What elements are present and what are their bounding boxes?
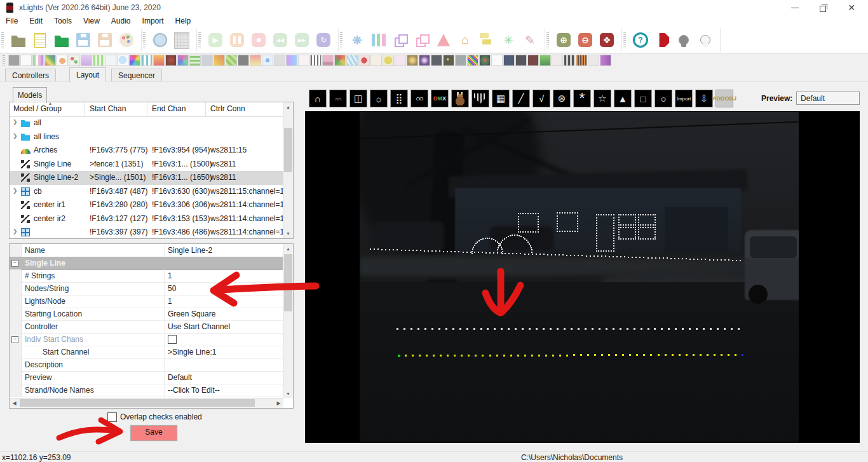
effect-icon-24[interactable] bbox=[286, 55, 297, 66]
sphere-tool[interactable]: ⊛ bbox=[553, 90, 571, 107]
effect-icon-45[interactable] bbox=[539, 55, 551, 66]
tab-sequencer[interactable]: Sequencer bbox=[111, 69, 162, 82]
square-tool[interactable]: □ bbox=[634, 90, 652, 107]
effect-icon-35[interactable] bbox=[419, 55, 430, 66]
effect-icon-37[interactable] bbox=[443, 55, 454, 66]
custom-model-tool[interactable]: OO bbox=[410, 90, 428, 107]
effect-icon-41[interactable] bbox=[491, 55, 503, 66]
model-row-partial[interactable]: ❯!F16v3:397 (397)!F16v3:486 (486)ws2811:… bbox=[10, 226, 283, 240]
property-row-description[interactable]: Description bbox=[10, 358, 283, 372]
effect-icon-44[interactable] bbox=[527, 55, 539, 66]
effect-icon-22[interactable] bbox=[262, 55, 273, 66]
model-row-all lines[interactable]: ❯all lines bbox=[10, 130, 283, 144]
effect-icon-39[interactable] bbox=[467, 55, 478, 66]
render-palette-button[interactable] bbox=[118, 32, 135, 48]
effect-icon-46[interactable] bbox=[552, 55, 563, 66]
zoom-in-button[interactable]: ⊕ bbox=[555, 32, 572, 48]
save-as-sequence-button[interactable] bbox=[97, 32, 113, 48]
minimize-button[interactable]: — bbox=[784, 0, 806, 15]
effect-icon-6[interactable] bbox=[69, 55, 80, 66]
property-row-controller[interactable]: ControllerUse Start Channel bbox=[10, 320, 283, 334]
expand-icon[interactable]: ❯ bbox=[13, 228, 18, 234]
property-row-single-line[interactable]: −Single Line bbox=[10, 257, 283, 270]
effect-icon-9[interactable] bbox=[105, 55, 116, 66]
effect-icon-30[interactable] bbox=[358, 55, 370, 66]
replay-button[interactable]: ↻ bbox=[315, 32, 332, 48]
effect-icon-4[interactable] bbox=[44, 55, 56, 66]
effect-icon-42[interactable] bbox=[503, 55, 515, 66]
circle-tool[interactable]: ☼ bbox=[370, 90, 388, 107]
scroll-thumb[interactable] bbox=[20, 399, 255, 407]
effect-icon-25[interactable] bbox=[298, 55, 309, 66]
effect-icon-31[interactable] bbox=[370, 55, 382, 66]
scroll-down-icon[interactable]: ▼ bbox=[283, 229, 293, 238]
column-header[interactable]: End Chan bbox=[152, 104, 186, 113]
property-row-start-channel[interactable]: Start Channel>Single Line:1 bbox=[10, 346, 283, 359]
effect-icon-16[interactable] bbox=[189, 55, 201, 66]
effect-icon-27[interactable] bbox=[322, 55, 334, 66]
grip-handle[interactable] bbox=[3, 55, 5, 65]
effect-icon-38[interactable] bbox=[455, 55, 466, 66]
stop-now-button[interactable] bbox=[654, 32, 670, 48]
model-preview-button[interactable] bbox=[435, 32, 452, 48]
property-value[interactable]: >Single Line:1 bbox=[168, 348, 216, 357]
property-row-lights-node[interactable]: Lights/Node1 bbox=[10, 295, 283, 308]
property-value[interactable]: Single Line-2 bbox=[168, 246, 212, 255]
icicles-tool[interactable] bbox=[471, 90, 489, 107]
image-reindeer-tool[interactable] bbox=[451, 90, 469, 107]
open-sequence-button[interactable] bbox=[53, 32, 70, 48]
model-row-all[interactable]: ❯all bbox=[10, 116, 283, 130]
model-row-Single Line[interactable]: Single Line>fence:1 (1351)!F16v3:1... (1… bbox=[10, 158, 283, 172]
effect-icon-36[interactable] bbox=[431, 55, 442, 66]
window-frame-tool[interactable]: ◫ bbox=[349, 90, 367, 107]
effect-icon-49[interactable] bbox=[588, 55, 599, 66]
grip-handle[interactable] bbox=[198, 32, 201, 48]
zoom-out-button[interactable]: ⊖ bbox=[577, 32, 593, 48]
property-row-indiv-start-chans[interactable]: −Indiv Start Chans bbox=[10, 333, 283, 346]
effect-icon-18[interactable] bbox=[214, 55, 225, 66]
crayons-button[interactable] bbox=[370, 32, 387, 48]
effect-icon-21[interactable] bbox=[250, 55, 261, 66]
close-button[interactable]: ✕ bbox=[841, 0, 862, 15]
output-to-lights-off-button[interactable] bbox=[675, 32, 692, 48]
menu-view[interactable]: View bbox=[78, 15, 105, 27]
effect-icon-28[interactable] bbox=[334, 55, 346, 66]
spinner-tool[interactable]: * bbox=[573, 90, 591, 107]
grip-handle[interactable] bbox=[546, 32, 549, 48]
column-header[interactable]: Start Chan bbox=[90, 104, 126, 113]
save-button[interactable]: Save bbox=[130, 425, 177, 441]
effect-settings-button[interactable] bbox=[392, 32, 409, 48]
arch-tool[interactable]: ∩ bbox=[309, 90, 327, 107]
effect-icon-10[interactable] bbox=[117, 55, 128, 66]
property-value[interactable]: 1 bbox=[168, 271, 172, 280]
column-header[interactable]: Model / Group bbox=[13, 104, 62, 113]
property-row-strand-node-names[interactable]: Strand/Node Names--Click To Edit-- bbox=[10, 384, 283, 397]
column-divider[interactable] bbox=[205, 102, 206, 116]
effect-icon-12[interactable] bbox=[141, 55, 153, 66]
output-to-lights-on-button[interactable] bbox=[697, 32, 714, 48]
star-tool[interactable]: ☆ bbox=[593, 90, 611, 107]
sequence-scheduler-button[interactable] bbox=[173, 32, 190, 48]
props-scrollbar[interactable]: ▲▼ bbox=[283, 244, 293, 398]
property-row-preview[interactable]: PreviewDefault bbox=[10, 371, 283, 384]
effect-icon-20[interactable] bbox=[238, 55, 249, 66]
rewind-button[interactable]: ◀◀ bbox=[272, 32, 288, 48]
house-preview-button[interactable]: ⌂ bbox=[457, 32, 473, 48]
scroll-left-icon[interactable]: ◀ bbox=[10, 398, 19, 408]
property-value[interactable]: 1 bbox=[168, 297, 172, 306]
help-button[interactable]: ? bbox=[632, 32, 649, 48]
effect-icon-23[interactable] bbox=[274, 55, 285, 66]
stop-button[interactable]: ■ bbox=[250, 32, 267, 48]
grip-handle[interactable] bbox=[1, 32, 4, 48]
property-value[interactable]: Default bbox=[168, 373, 192, 382]
preview-select[interactable]: Default bbox=[796, 92, 860, 105]
effect-icon-14[interactable] bbox=[165, 55, 177, 66]
add-object-button[interactable]: ADDOBJ bbox=[715, 90, 733, 107]
tree-tool[interactable]: ▲ bbox=[614, 90, 632, 107]
menu-audio[interactable]: Audio bbox=[105, 15, 137, 27]
special-options-button[interactable]: ❖ bbox=[599, 32, 615, 48]
download-tool[interactable]: ⇩ bbox=[695, 90, 713, 107]
scroll-right-icon[interactable]: ▶ bbox=[274, 398, 283, 408]
fast-forward-button[interactable]: ▶▶ bbox=[294, 32, 310, 48]
grip-handle[interactable] bbox=[340, 32, 342, 48]
